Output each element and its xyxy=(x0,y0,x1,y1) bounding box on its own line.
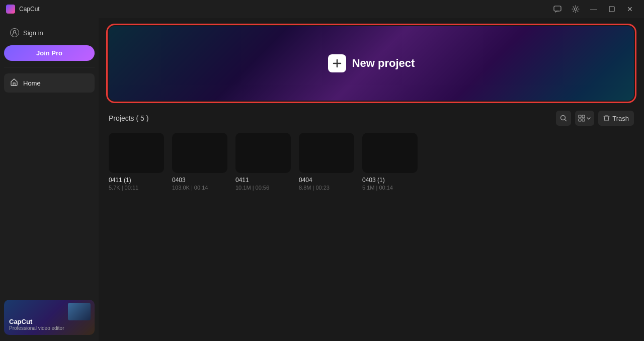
svg-rect-8 xyxy=(582,119,585,121)
project-meta: 10.1M | 00:56 xyxy=(235,185,291,191)
list-item[interactable]: 0403 103.0K | 00:14 xyxy=(172,133,227,191)
settings-button[interactable] xyxy=(568,3,584,15)
project-thumbnail xyxy=(299,133,354,173)
project-name: 0404 xyxy=(299,177,354,184)
promo-title: CapCut xyxy=(9,318,64,325)
restore-button[interactable] xyxy=(604,3,620,15)
main-layout: Sign in Join Pro Home CapCut Professiona… xyxy=(0,18,644,341)
svg-point-4 xyxy=(561,116,566,120)
project-thumbnail xyxy=(362,133,418,173)
sidebar: Sign in Join Pro Home CapCut Professiona… xyxy=(0,18,99,341)
svg-point-1 xyxy=(575,8,577,11)
svg-rect-0 xyxy=(554,6,561,11)
project-meta: 5.1M | 00:14 xyxy=(362,185,418,191)
app-logo-icon xyxy=(6,5,15,14)
svg-rect-6 xyxy=(582,115,585,118)
join-pro-button[interactable]: Join Pro xyxy=(4,45,95,61)
list-item[interactable]: 0411 (1) 5.7K | 00:11 xyxy=(109,133,164,191)
titlebar: CapCut — ✕ xyxy=(0,0,644,18)
project-name: 0403 xyxy=(172,177,227,184)
projects-header: Projects ( 5 ) Trash xyxy=(109,111,634,126)
project-meta: 8.8M | 00:23 xyxy=(299,185,354,191)
projects-grid: 0411 (1) 5.7K | 00:11 0403 103.0K | 00:1… xyxy=(109,133,634,191)
search-button[interactable] xyxy=(556,111,571,126)
signin-icon xyxy=(10,28,19,37)
svg-rect-5 xyxy=(579,115,581,118)
projects-actions: Trash xyxy=(556,111,634,126)
new-project-banner[interactable]: New project xyxy=(109,26,634,101)
svg-rect-7 xyxy=(579,119,581,121)
minimize-button[interactable]: — xyxy=(586,3,602,15)
project-name: 0411 xyxy=(235,177,291,184)
close-button[interactable]: ✕ xyxy=(622,3,638,15)
sidebar-divider xyxy=(4,67,95,67)
project-name: 0411 (1) xyxy=(109,177,164,184)
titlebar-left: CapCut xyxy=(6,5,40,14)
project-thumbnail xyxy=(109,133,164,173)
promo-image xyxy=(68,303,91,320)
trash-label: Trash xyxy=(612,115,629,122)
main-content: New project Projects ( 5 ) Trash xyxy=(99,18,644,341)
project-name: 0403 (1) xyxy=(362,177,418,184)
signin-button[interactable]: Sign in xyxy=(4,24,95,41)
list-item[interactable]: 0411 10.1M | 00:56 xyxy=(235,133,291,191)
view-toggle-button[interactable] xyxy=(575,111,594,126)
svg-rect-2 xyxy=(609,7,614,12)
app-title: CapCut xyxy=(19,6,40,13)
trash-button[interactable]: Trash xyxy=(598,111,634,126)
promo-content: CapCut Professional video editor xyxy=(9,318,64,331)
list-item[interactable]: 0404 8.8M | 00:23 xyxy=(299,133,354,191)
promo-subtitle: Professional video editor xyxy=(9,325,64,331)
sidebar-promo[interactable]: CapCut Professional video editor xyxy=(4,300,95,335)
sidebar-item-home[interactable]: Home xyxy=(4,73,95,93)
svg-point-3 xyxy=(14,31,16,33)
project-thumbnail xyxy=(235,133,291,173)
list-item[interactable]: 0403 (1) 5.1M | 00:14 xyxy=(362,133,418,191)
banner-background: New project xyxy=(109,26,634,101)
titlebar-controls: — ✕ xyxy=(549,3,638,15)
new-project-plus-icon xyxy=(328,54,346,72)
feedback-button[interactable] xyxy=(549,3,566,15)
projects-title: Projects ( 5 ) xyxy=(109,114,148,122)
new-project-label: New project xyxy=(352,57,415,70)
project-meta: 5.7K | 00:11 xyxy=(109,185,164,191)
home-label: Home xyxy=(23,79,41,87)
project-meta: 103.0K | 00:14 xyxy=(172,185,227,191)
home-icon xyxy=(10,78,18,88)
project-thumbnail xyxy=(172,133,227,173)
signin-label: Sign in xyxy=(23,29,43,37)
